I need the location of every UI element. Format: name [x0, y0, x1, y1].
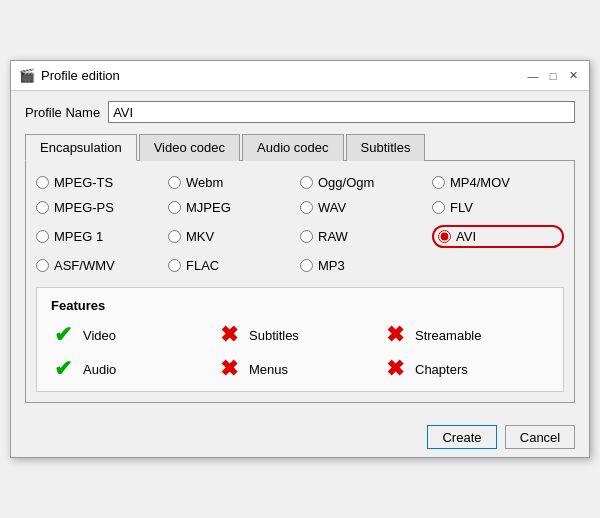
feature-video-label: Video: [83, 328, 116, 343]
feature-menus: ✖ Menus: [217, 357, 383, 381]
maximize-button[interactable]: □: [545, 68, 561, 84]
bottom-bar: Create Cancel: [11, 415, 589, 457]
format-option-ogg[interactable]: Ogg/Ogm: [300, 175, 432, 190]
check-video-icon: ✔: [51, 323, 75, 347]
format-grid: MPEG-TS Webm Ogg/Ogm MP4/MOV MPEG-: [36, 175, 564, 273]
check-chapters-icon: ✖: [383, 357, 407, 381]
feature-audio-label: Audio: [83, 362, 116, 377]
feature-streamable: ✖ Streamable: [383, 323, 549, 347]
feature-chapters-label: Chapters: [415, 362, 468, 377]
cancel-button[interactable]: Cancel: [505, 425, 575, 449]
profile-name-row: Profile Name: [25, 101, 575, 123]
feature-video: ✔ Video: [51, 323, 217, 347]
format-option-wav[interactable]: WAV: [300, 200, 432, 215]
format-option-asfwmv[interactable]: ASF/WMV: [36, 258, 168, 273]
tab-video-codec[interactable]: Video codec: [139, 134, 240, 161]
format-option-webm[interactable]: Webm: [168, 175, 300, 190]
format-option-mp3[interactable]: MP3: [300, 258, 432, 273]
minimize-button[interactable]: —: [525, 68, 541, 84]
feature-menus-label: Menus: [249, 362, 288, 377]
format-placeholder: [432, 258, 564, 273]
check-subtitles-icon: ✖: [217, 323, 241, 347]
tab-content-encapsulation: MPEG-TS Webm Ogg/Ogm MP4/MOV MPEG-: [25, 161, 575, 403]
create-button[interactable]: Create: [427, 425, 497, 449]
app-icon: 🎬: [19, 68, 35, 84]
format-option-mjpeg[interactable]: MJPEG: [168, 200, 300, 215]
features-grid: ✔ Video ✖ Subtitles ✖: [51, 323, 549, 381]
tab-audio-codec[interactable]: Audio codec: [242, 134, 344, 161]
check-menus-icon: ✖: [217, 357, 241, 381]
close-button[interactable]: ✕: [565, 68, 581, 84]
check-streamable-icon: ✖: [383, 323, 407, 347]
feature-audio: ✔ Audio: [51, 357, 217, 381]
window-title: Profile edition: [41, 68, 525, 83]
profile-name-label: Profile Name: [25, 105, 100, 120]
dialog-window: 🎬 Profile edition — □ ✕ Profile Name Enc…: [10, 60, 590, 458]
format-option-mp4mov[interactable]: MP4/MOV: [432, 175, 564, 190]
profile-name-input[interactable]: [108, 101, 575, 123]
feature-chapters: ✖ Chapters: [383, 357, 549, 381]
feature-subtitles-label: Subtitles: [249, 328, 299, 343]
features-title: Features: [51, 298, 549, 313]
tab-subtitles[interactable]: Subtitles: [346, 134, 426, 161]
check-audio-icon: ✔: [51, 357, 75, 381]
window-body: Profile Name Encapsulation Video codec A…: [11, 91, 589, 415]
format-option-raw[interactable]: RAW: [300, 225, 432, 248]
format-option-mpeg1[interactable]: MPEG 1: [36, 225, 168, 248]
format-option-flv[interactable]: FLV: [432, 200, 564, 215]
window-controls: — □ ✕: [525, 68, 581, 84]
format-option-mkv[interactable]: MKV: [168, 225, 300, 248]
tab-bar: Encapsulation Video codec Audio codec Su…: [25, 133, 575, 161]
format-option-avi[interactable]: AVI: [432, 225, 564, 248]
format-option-mpeg-ts[interactable]: MPEG-TS: [36, 175, 168, 190]
format-option-flac[interactable]: FLAC: [168, 258, 300, 273]
features-box: Features ✔ Video ✖ Subtitles: [36, 287, 564, 392]
title-bar: 🎬 Profile edition — □ ✕: [11, 61, 589, 91]
tab-encapsulation[interactable]: Encapsulation: [25, 134, 137, 161]
format-option-mpeg-ps[interactable]: MPEG-PS: [36, 200, 168, 215]
feature-streamable-label: Streamable: [415, 328, 481, 343]
feature-subtitles: ✖ Subtitles: [217, 323, 383, 347]
